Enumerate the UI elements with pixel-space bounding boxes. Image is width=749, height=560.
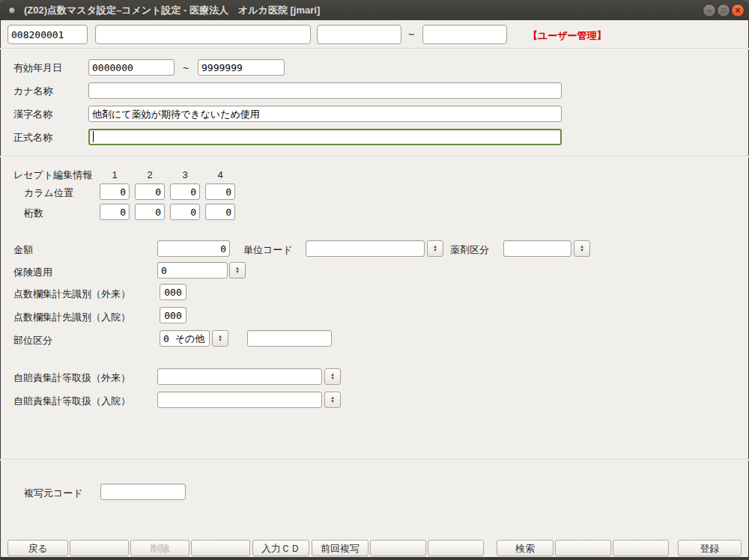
drug-class-input[interactable] (503, 240, 571, 257)
window-title: (Z02)点数マスタ設定–コメント設定 - 医療法人 オルカ医院 [jmari] (24, 4, 320, 17)
spin-down-icon: ▼ (330, 400, 335, 404)
kanji-name-input[interactable] (88, 106, 562, 122)
insurance-label: 保険適用 (13, 267, 52, 279)
unit-code-spinner[interactable]: ▲ ▼ (427, 240, 443, 257)
insurance-spinner[interactable]: ▲ ▼ (229, 262, 246, 279)
minimize-icon: − (707, 7, 712, 15)
digits-input-4[interactable] (205, 204, 235, 220)
tensu-outpatient-label: 点数欄集計先識別（外来） (13, 288, 130, 300)
body-part-spinner[interactable]: ▲ ▼ (212, 330, 228, 347)
digits-input-3[interactable] (170, 204, 200, 220)
application-window: (Z02)点数マスタ設定–コメント設定 - 医療法人 オルカ医院 [jmari]… (0, 0, 749, 560)
column-position-input-2[interactable] (135, 183, 165, 200)
blank-button-2[interactable] (191, 540, 250, 556)
blank-button-6[interactable] (613, 540, 669, 556)
body-part-label: 部位区分 (13, 335, 52, 347)
maximize-button[interactable]: □ (717, 4, 730, 17)
jibai-outpatient-label: 自賠責集計等取扱（外来） (13, 372, 130, 384)
amount-label: 金額 (13, 244, 33, 256)
blank-button-3[interactable] (370, 540, 426, 556)
digits-label: 桁数 (24, 207, 43, 219)
receipt-edit-label: レセプト編集情報 (13, 169, 92, 181)
back-button[interactable]: 戻る (7, 540, 68, 556)
input-cd-button[interactable]: 入力ＣＤ (252, 540, 309, 556)
kana-name-label: カナ名称 (13, 85, 53, 97)
close-button[interactable]: × (731, 4, 745, 17)
receipt-col-1: 1 (100, 169, 130, 180)
column-position-input-4[interactable] (205, 183, 235, 200)
search-button[interactable]: 検索 (497, 540, 554, 556)
header-tilde: ~ (408, 28, 414, 40)
digits-input-1[interactable] (100, 204, 130, 220)
valid-date-to-input[interactable] (198, 59, 285, 76)
receipt-col-3: 3 (170, 169, 200, 180)
formal-name-input[interactable] (88, 129, 562, 145)
valid-date-from-input[interactable] (88, 59, 175, 76)
titlebar: (Z02)点数マスタ設定–コメント設定 - 医療法人 オルカ医院 [jmari]… (0, 0, 749, 20)
user-admin-label: 【ユーザー管理】 (528, 29, 607, 43)
text-cursor (93, 131, 94, 142)
jibai-inpatient-spinner[interactable]: ▲ ▼ (324, 392, 341, 408)
drug-class-label: 薬剤区分 (450, 244, 489, 256)
amount-input[interactable] (157, 240, 230, 257)
blank-button-1[interactable] (70, 540, 129, 556)
blank-button-4[interactable] (428, 540, 484, 556)
body-part-extra-input[interactable] (247, 330, 332, 347)
tensu-inpatient-label: 点数欄集計先識別（入院） (13, 311, 130, 323)
copy-source-input[interactable] (100, 484, 186, 500)
digits-input-2[interactable] (135, 204, 165, 220)
divider-bottom (0, 459, 749, 460)
kana-name-input[interactable] (88, 82, 562, 99)
minimize-button[interactable]: − (703, 4, 716, 17)
receipt-col-4: 4 (205, 169, 235, 180)
jibai-inpatient-input[interactable] (157, 392, 322, 408)
column-position-input-1[interactable] (100, 183, 130, 200)
valid-date-label: 有効年月日 (13, 62, 62, 74)
jibai-outpatient-spinner[interactable]: ▲ ▼ (324, 368, 341, 385)
divider-middle (0, 156, 749, 156)
formal-name-label: 正式名称 (13, 132, 52, 144)
tensu-outpatient-input[interactable] (160, 284, 187, 300)
spin-down-icon: ▼ (433, 249, 437, 252)
drug-class-spinner[interactable]: ▲ ▼ (574, 240, 590, 257)
receipt-col-2: 2 (135, 169, 165, 180)
kanji-name-label: 漢字名称 (13, 109, 52, 121)
maximize-icon: □ (721, 7, 725, 14)
divider-top (0, 48, 749, 49)
column-position-label: カラム位置 (24, 187, 73, 199)
close-icon: × (735, 6, 740, 15)
jibai-outpatient-input[interactable] (157, 368, 322, 385)
insurance-input[interactable] (157, 262, 228, 279)
previous-copy-button[interactable]: 前回複写 (312, 540, 369, 556)
name-search-input[interactable] (95, 25, 311, 44)
spin-down-icon: ▼ (235, 270, 240, 274)
code-input[interactable] (7, 25, 88, 44)
spin-down-icon: ▼ (218, 338, 222, 342)
range-start-input[interactable] (317, 25, 401, 44)
spin-down-icon: ▼ (330, 377, 335, 380)
blank-button-5[interactable] (555, 540, 611, 556)
delete-button: 削除 (130, 540, 189, 556)
unit-code-input[interactable] (306, 240, 425, 257)
window-menu-icon[interactable] (8, 7, 16, 14)
range-end-input[interactable] (422, 25, 507, 44)
column-position-input-3[interactable] (170, 183, 200, 200)
tensu-inpatient-input[interactable] (160, 307, 187, 323)
unit-code-label: 単位コード (243, 244, 293, 256)
valid-date-tilde: ~ (183, 62, 189, 74)
register-button[interactable]: 登録 (678, 540, 742, 556)
body-part-input[interactable] (160, 330, 210, 347)
spin-down-icon: ▼ (580, 249, 584, 252)
copy-source-label: 複写元コード (24, 487, 83, 499)
jibai-inpatient-label: 自賠責集計等取扱（入院） (13, 395, 130, 407)
